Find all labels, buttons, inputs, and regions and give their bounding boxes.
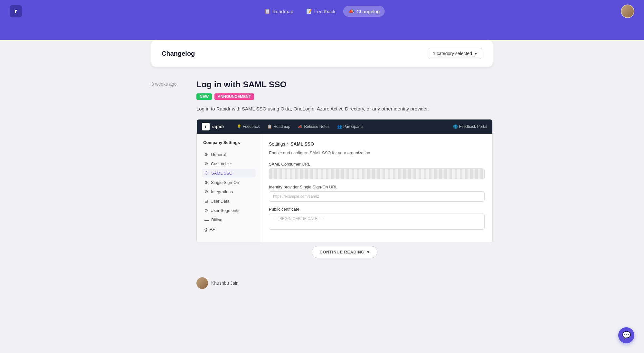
inner-nav-items: 💡 Feedback 📋 Roadmap 📣 Release Notes	[233, 123, 367, 130]
article-section: 3 weeks ago Log in with SAML SSO NEW ANN…	[151, 67, 493, 274]
nav-roadmap-label: Roadmap	[272, 9, 293, 14]
nav-changelog-label: Changelog	[356, 9, 380, 14]
article-tags: NEW ANNOUNCEMENT	[196, 93, 493, 100]
nav-roadmap[interactable]: 📋 Roadmap	[259, 6, 298, 17]
inner-logo-text: rapidr	[212, 124, 224, 129]
breadcrumb-saml-sso: SAML SSO	[290, 141, 314, 147]
category-selector-label: 1 category selected	[433, 51, 472, 56]
inner-roadmap-icon: 📋	[267, 124, 272, 129]
main-content: Changelog 1 category selected ▾ 3 weeks …	[145, 40, 499, 295]
continue-reading-section: CONTINUE READING ▾	[196, 246, 493, 258]
chat-button[interactable]: 💬	[618, 327, 634, 343]
inner-app-nav: r rapidr 💡 Feedback 📋 Roadmap	[197, 119, 492, 134]
avatar[interactable]	[621, 5, 634, 18]
inner-logo: r rapidr	[202, 123, 224, 130]
shield-icon: 🛡	[204, 171, 209, 176]
integrations-icon: ⚙	[204, 189, 208, 194]
changelog-header-card: Changelog 1 category selected ▾	[151, 40, 493, 67]
nav-changelog[interactable]: 📣 Changelog	[343, 6, 385, 17]
form-group-certificate: Public certificate -----BEGIN CERTIFICAT…	[269, 207, 485, 230]
inner-nav-feedback-portal: 🌐 Feedback Portal	[453, 124, 487, 129]
sidebar-item-user-data[interactable]: ⊟ User Data	[202, 197, 256, 205]
tag-new: NEW	[196, 93, 212, 100]
sidebar-item-saml-sso[interactable]: 🛡 SAML SSO	[202, 169, 256, 177]
inner-app-screenshot: r rapidr 💡 Feedback 📋 Roadmap	[196, 119, 493, 243]
idp-url-placeholder: https://example.com/saml2	[273, 194, 319, 199]
chat-icon: 💬	[622, 331, 631, 339]
settings-description: Enable and configure SAML SSO for your o…	[269, 150, 485, 155]
inner-nav-roadmap: 📋 Roadmap	[264, 123, 293, 130]
inner-nav-participants: 👥 Participants	[334, 123, 367, 130]
chevron-down-icon: ▾	[475, 51, 477, 56]
continue-reading-button[interactable]: CONTINUE READING ▾	[312, 246, 378, 258]
author-avatar	[196, 277, 208, 289]
article-content: Log in with SAML SSO NEW ANNOUNCEMENT Lo…	[196, 80, 493, 268]
logo[interactable]: r	[10, 5, 22, 17]
inner-release-notes-icon: 📣	[298, 124, 303, 129]
inner-sidebar-title: Company Settings	[202, 140, 256, 145]
idp-url-field[interactable]: https://example.com/saml2	[269, 191, 485, 202]
inner-nav-feedback: 💡 Feedback	[233, 123, 263, 130]
certificate-placeholder: -----BEGIN CERTIFICATE-----	[273, 216, 324, 221]
inner-participants-icon: 👥	[337, 124, 342, 129]
user-segments-icon: ⊙	[204, 208, 208, 213]
globe-icon: 🌐	[453, 124, 458, 129]
header: r 📋 Roadmap 📝 Feedback 📣 Changelog	[0, 0, 644, 23]
header-nav: 📋 Roadmap 📝 Feedback 📣 Changelog	[259, 6, 385, 17]
author-row: Khushbu Jain	[151, 274, 493, 295]
breadcrumb-settings: Settings	[269, 141, 285, 147]
chevron-down-icon: ▾	[367, 250, 370, 254]
tag-announcement: ANNOUNCEMENT	[214, 93, 254, 100]
form-group-idp-url: Identity provider Single Sign-On URL htt…	[269, 185, 485, 202]
sidebar-item-billing[interactable]: ▬ Billing	[202, 215, 256, 224]
sidebar-item-customize[interactable]: ⚙ Customize	[202, 159, 256, 168]
sidebar-item-single-sign-on[interactable]: ⚙ Single Sign-On	[202, 178, 256, 187]
settings-breadcrumb: Settings › SAML SSO	[269, 141, 485, 147]
saml-url-label: SAML Consumer URL	[269, 162, 485, 167]
billing-icon: ▬	[204, 217, 209, 222]
article-description: Log in to Rapidr with SAML SSO using Okt…	[196, 105, 493, 113]
inner-sidebar: Company Settings ⚙ General ⚙ Customize 🛡…	[197, 134, 261, 243]
category-selector-button[interactable]: 1 category selected ▾	[428, 48, 482, 59]
sidebar-item-integrations[interactable]: ⚙ Integrations	[202, 187, 256, 196]
inner-nav-release-notes: 📣 Release Notes	[295, 123, 333, 130]
inner-logo-icon: r	[202, 123, 210, 130]
gear-icon: ⚙	[204, 152, 208, 157]
roadmap-icon: 📋	[264, 8, 270, 14]
form-group-saml-url: SAML Consumer URL	[269, 162, 485, 179]
sidebar-item-api[interactable]: {} API	[202, 225, 256, 234]
logo-letter: r	[14, 8, 17, 15]
article-timestamp: 3 weeks ago	[151, 80, 184, 268]
author-name: Khushbu Jain	[211, 281, 239, 286]
inner-main-settings: Settings › SAML SSO Enable and configure…	[261, 134, 492, 243]
api-icon: {}	[204, 227, 207, 232]
certificate-label: Public certificate	[269, 207, 485, 212]
changelog-icon: 📣	[348, 8, 355, 14]
sidebar-item-general[interactable]: ⚙ General	[202, 150, 256, 159]
continue-reading-label: CONTINUE READING	[320, 250, 365, 254]
avatar-image	[621, 5, 634, 18]
page-title: Changelog	[162, 50, 195, 57]
idp-url-label: Identity provider Single Sign-On URL	[269, 185, 485, 189]
breadcrumb-separator: ›	[287, 141, 289, 147]
sidebar-item-user-segments[interactable]: ⊙ User Segments	[202, 206, 256, 215]
banner-space	[0, 23, 644, 40]
feedback-icon: 📝	[306, 8, 312, 14]
article-heading: Log in with SAML SSO	[196, 80, 493, 90]
user-data-icon: ⊟	[204, 199, 208, 204]
certificate-field[interactable]: -----BEGIN CERTIFICATE-----	[269, 214, 485, 230]
customize-icon: ⚙	[204, 161, 208, 166]
sso-icon: ⚙	[204, 180, 208, 185]
saml-url-field	[269, 168, 485, 179]
inner-app-body: Company Settings ⚙ General ⚙ Customize 🛡…	[197, 134, 492, 243]
nav-feedback-label: Feedback	[314, 9, 336, 14]
inner-feedback-icon: 💡	[237, 124, 242, 129]
nav-feedback[interactable]: 📝 Feedback	[301, 6, 341, 17]
